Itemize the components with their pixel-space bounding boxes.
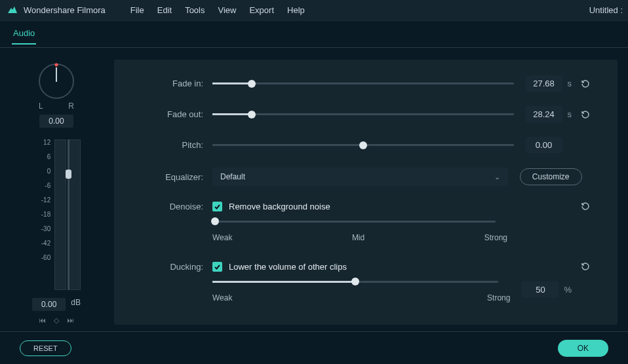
settings-panel: Fade in: 27.68 s Fade out: 28.24 s Pitch… bbox=[114, 60, 618, 325]
fadein-value[interactable]: 27.68 bbox=[526, 75, 562, 92]
equalizer-dropdown[interactable]: Default ⌄ bbox=[212, 168, 508, 186]
denoise-row: Denoise: Remove background noise bbox=[127, 200, 591, 212]
app-logo-icon bbox=[5, 3, 20, 18]
denoise-slider[interactable] bbox=[212, 216, 496, 227]
denoise-checkbox[interactable] bbox=[212, 202, 222, 211]
db-value: 0.00 bbox=[32, 298, 66, 311]
transport-controls: ⏮ ◇ ⏭ bbox=[39, 316, 74, 325]
denoise-check-label: Remove background noise bbox=[229, 202, 330, 211]
pan-value: 0.00 bbox=[39, 115, 73, 128]
ducking-slider[interactable] bbox=[212, 276, 498, 287]
pan-labels: L R bbox=[39, 101, 74, 111]
document-title: Untitled : bbox=[589, 5, 623, 15]
fadeout-row: Fade out: 28.24 s bbox=[127, 106, 591, 122]
left-panel: L R 0.00 12 6 0 -6 -12 -18 -30 -42 -60 bbox=[10, 60, 102, 325]
fadein-reset-icon[interactable] bbox=[579, 78, 591, 90]
level-meter: 12 6 0 -6 -12 -18 -30 -42 -60 bbox=[41, 139, 71, 290]
menu-tools[interactable]: Tools bbox=[178, 3, 211, 18]
denoise-weak-label: Weak bbox=[212, 233, 232, 242]
customize-button[interactable]: Customize bbox=[520, 168, 582, 185]
knob-indicator bbox=[56, 67, 57, 82]
tab-bar: Audio bbox=[0, 21, 628, 45]
ducking-reset-icon[interactable] bbox=[579, 261, 591, 272]
pitch-label: Pitch: bbox=[127, 140, 212, 150]
menu-help[interactable]: Help bbox=[281, 3, 311, 18]
fadein-unit: s bbox=[568, 79, 572, 88]
tab-audio[interactable]: Audio bbox=[12, 23, 36, 45]
db-scale: 12 6 0 -6 -12 -18 -30 -42 -60 bbox=[41, 139, 50, 283]
db-unit: dB bbox=[71, 298, 81, 307]
pan-right-label: R bbox=[68, 101, 74, 111]
pitch-row: Pitch: 0.00 s bbox=[127, 137, 591, 153]
ducking-unit: % bbox=[564, 285, 572, 295]
chevron-down-icon: ⌄ bbox=[494, 173, 500, 181]
ducking-slider-row: Weak Strong 50 % bbox=[127, 276, 591, 302]
equalizer-value: Default bbox=[220, 172, 245, 181]
menu-view[interactable]: View bbox=[211, 3, 243, 18]
fadein-slider[interactable] bbox=[212, 79, 514, 89]
fadeout-label: Fade out: bbox=[127, 109, 212, 119]
add-keyframe-icon[interactable]: ◇ bbox=[54, 316, 59, 325]
denoise-strong-label: Strong bbox=[484, 233, 507, 242]
reset-button[interactable]: RESET bbox=[20, 340, 71, 356]
menu-export[interactable]: Export bbox=[243, 3, 281, 18]
ducking-check-label: Lower the volume of other clips bbox=[229, 262, 347, 272]
footer: RESET OK bbox=[0, 331, 628, 364]
ducking-value[interactable]: 50 bbox=[522, 282, 559, 298]
denoise-label: Denoise: bbox=[127, 202, 212, 211]
menu-edit[interactable]: Edit bbox=[151, 3, 178, 18]
fadeout-slider[interactable] bbox=[212, 109, 514, 120]
equalizer-row: Equalizer: Default ⌄ Customize s bbox=[127, 168, 591, 186]
ok-button[interactable]: OK bbox=[558, 340, 608, 357]
volume-slider-thumb[interactable] bbox=[66, 170, 71, 179]
content-area: L R 0.00 12 6 0 -6 -12 -18 -30 -42 -60 bbox=[0, 48, 628, 325]
title-bar: Wondershare Filmora File Edit Tools View… bbox=[0, 0, 628, 21]
pitch-slider[interactable] bbox=[212, 140, 514, 151]
menu-file[interactable]: File bbox=[124, 3, 151, 18]
fadeout-value[interactable]: 28.24 bbox=[526, 106, 562, 122]
fadein-row: Fade in: 27.68 s bbox=[127, 75, 591, 92]
pan-knob[interactable] bbox=[39, 64, 74, 99]
knob-dot-icon bbox=[55, 64, 58, 67]
pan-left-label: L bbox=[39, 101, 43, 111]
ducking-strong-label: Strong bbox=[487, 293, 510, 302]
ducking-label: Ducking: bbox=[127, 262, 212, 272]
denoise-slider-row: Weak Mid Strong bbox=[127, 216, 591, 242]
app-name: Wondershare Filmora bbox=[24, 5, 106, 15]
pitch-value[interactable]: 0.00 bbox=[526, 137, 562, 153]
fadeout-reset-icon[interactable] bbox=[579, 109, 591, 120]
prev-keyframe-icon[interactable]: ⏮ bbox=[39, 316, 46, 325]
denoise-mid-label: Mid bbox=[352, 233, 364, 242]
volume-slider[interactable] bbox=[65, 139, 71, 290]
ducking-row: Ducking: Lower the volume of other clips bbox=[127, 261, 591, 272]
fadeout-unit: s bbox=[568, 109, 572, 119]
ducking-checkbox[interactable] bbox=[212, 262, 222, 272]
next-keyframe-icon[interactable]: ⏭ bbox=[67, 316, 74, 325]
ducking-weak-label: Weak bbox=[212, 293, 232, 302]
fadein-label: Fade in: bbox=[127, 79, 212, 88]
denoise-reset-icon[interactable] bbox=[579, 200, 591, 212]
equalizer-label: Equalizer: bbox=[127, 172, 212, 182]
